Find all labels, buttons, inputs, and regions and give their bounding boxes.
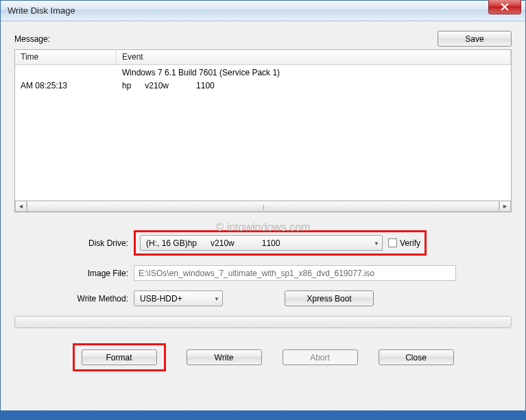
message-listview: Time Event Windows 7 6.1 Build 7601 (Ser…: [14, 49, 512, 212]
window: Write Disk Image Message: Save Time Even…: [0, 0, 526, 411]
disk-drive-combo[interactable]: (H:, 16 GB)hp v210w 1100 ▼: [140, 235, 383, 251]
cell-event: hp v210w 1100: [117, 80, 511, 93]
scroll-track[interactable]: |||: [27, 201, 499, 212]
highlight-format: Format: [73, 343, 166, 371]
verify-label: Verify: [400, 238, 420, 248]
scroll-right-icon[interactable]: ►: [499, 201, 511, 212]
image-file-value: E:\ISOs\en_windows_7_ultimate_with_sp1_x…: [139, 269, 374, 278]
save-button[interactable]: Save: [438, 31, 512, 47]
chevron-down-icon: ▼: [374, 240, 379, 246]
list-item[interactable]: Windows 7 6.1 Build 7601 (Service Pack 1…: [15, 67, 511, 80]
write-method-combo[interactable]: USB-HDD+ ▼: [134, 291, 223, 306]
highlight-disk-drive: (H:, 16 GB)hp v210w 1100 ▼ Verify: [134, 230, 427, 256]
cell-time: AM 08:25:13: [15, 80, 117, 93]
close-button[interactable]: [488, 0, 521, 14]
listview-header: Time Event: [15, 50, 511, 65]
write-method-label: Write Method:: [58, 294, 134, 304]
scroll-thumb[interactable]: |||: [27, 201, 499, 212]
message-label: Message:: [14, 34, 50, 44]
write-button[interactable]: Write: [187, 349, 262, 365]
disk-drive-value: (H:, 16 GB)hp v210w 1100: [146, 238, 280, 248]
cell-time: [15, 67, 117, 80]
format-button[interactable]: Format: [82, 349, 157, 365]
cell-event: Windows 7 6.1 Build 7601 (Service Pack 1…: [117, 67, 511, 80]
chevron-down-icon: ▼: [214, 295, 219, 301]
scroll-left-icon[interactable]: ◄: [15, 201, 27, 212]
content-area: Message: Save Time Event Windows 7 6.1 B…: [1, 21, 525, 410]
image-file-label: Image File:: [58, 269, 134, 278]
button-row: Format Write Abort Close: [14, 343, 512, 371]
xpress-boot-button[interactable]: Xpress Boot: [285, 291, 374, 306]
abort-button: Abort: [283, 349, 358, 365]
write-method-value: USB-HDD+: [140, 294, 182, 304]
col-header-time[interactable]: Time: [15, 50, 117, 64]
listview-body: Windows 7 6.1 Build 7601 (Service Pack 1…: [15, 65, 511, 200]
image-file-field[interactable]: E:\ISOs\en_windows_7_ultimate_with_sp1_x…: [134, 265, 456, 281]
window-title: Write Disk Image: [5, 5, 521, 16]
col-header-event[interactable]: Event: [117, 50, 511, 64]
close-dialog-button[interactable]: Close: [379, 349, 454, 365]
horizontal-scrollbar[interactable]: ◄ ||| ►: [15, 200, 511, 212]
titlebar[interactable]: Write Disk Image: [1, 1, 525, 21]
verify-checkbox[interactable]: [388, 238, 397, 247]
progress-bar: [14, 316, 512, 328]
list-item[interactable]: AM 08:25:13 hp v210w 1100: [15, 80, 511, 93]
close-icon: [501, 3, 509, 11]
disk-drive-label: Disk Drive:: [58, 238, 134, 248]
